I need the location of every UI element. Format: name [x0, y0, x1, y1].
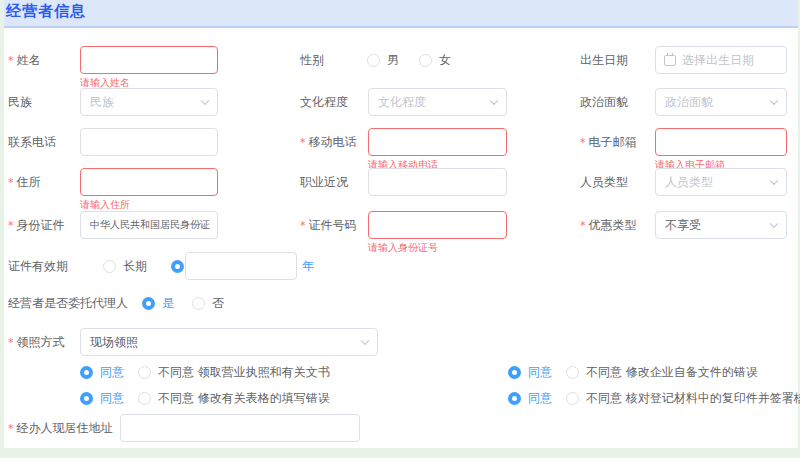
radio-circle-icon	[103, 260, 116, 273]
entrust-yes-radio[interactable]: 是	[142, 295, 174, 312]
radio-circle-icon	[80, 366, 93, 379]
chevron-down-icon	[770, 219, 778, 227]
agent-entrust-label: 经营者是否委托代理人	[8, 289, 128, 317]
radio-circle-icon	[566, 366, 579, 379]
birth-date-placeholder: 选择出生日期	[682, 52, 754, 69]
education-select[interactable]: 文化程度	[368, 88, 507, 116]
id-validity-label: 证件有效期	[8, 252, 68, 280]
mobile-phone-label: 移动电话	[300, 128, 357, 157]
radio-circle-icon	[508, 366, 521, 379]
agree-radio[interactable]: 同意	[80, 364, 124, 381]
radio-circle-icon	[566, 392, 579, 405]
email-label: 电子邮箱	[580, 128, 637, 157]
mobile-phone-input[interactable]	[368, 128, 507, 156]
gender-radio-group: 男 女	[367, 46, 451, 74]
occupation-input[interactable]	[368, 168, 507, 196]
political-status-select[interactable]: 政治面貌	[655, 88, 787, 116]
contact-phone-input[interactable]	[80, 128, 218, 156]
id-validity-radio-group: 长期	[103, 252, 191, 280]
agent-address-input[interactable]	[120, 414, 360, 442]
id-number-error: 请输入身份证号	[368, 241, 438, 255]
radio-circle-icon	[419, 54, 432, 67]
license-method-label: 领照方式	[8, 328, 65, 357]
discount-type-label: 优惠类型	[580, 211, 637, 240]
agree-radio[interactable]: 同意	[80, 390, 124, 407]
occupation-label: 职业近况	[300, 168, 348, 196]
chevron-down-icon	[770, 176, 778, 184]
agent-address-label: 经办人现居住地址	[8, 414, 113, 443]
discount-type-select[interactable]: 不享受	[655, 211, 787, 239]
address-label: 住所	[8, 168, 41, 197]
chevron-down-icon	[361, 336, 369, 344]
radio-circle-icon	[142, 297, 155, 310]
gender-male-radio[interactable]: 男	[367, 52, 399, 69]
education-label: 文化程度	[300, 88, 348, 116]
entrust-no-radio[interactable]: 否	[192, 295, 224, 312]
agreement-row-2-left: 同意 不同意 修改有关表格的填写错误	[80, 384, 330, 412]
agreement-row-1-left: 同意 不同意 领取营业执照和有关文书	[80, 358, 330, 386]
calendar-icon	[664, 55, 676, 66]
section-title: 经营者信息	[6, 2, 86, 21]
radio-circle-icon	[138, 366, 151, 379]
id-number-label: 证件号码	[300, 211, 357, 240]
chevron-down-icon	[201, 96, 209, 104]
address-input[interactable]	[80, 168, 218, 196]
agree-radio[interactable]: 同意	[508, 390, 552, 407]
contact-phone-label: 联系电话	[8, 128, 56, 156]
radio-circle-icon	[367, 54, 380, 67]
operator-info-panel: 经营者信息 姓名 请输入姓名 性别 男 女 出生日期 选择出生日期 民族 民族 …	[4, 0, 798, 448]
agent-entrust-radio-group: 是 否	[142, 289, 224, 317]
gender-female-radio[interactable]: 女	[419, 52, 451, 69]
radio-circle-icon	[80, 392, 93, 405]
person-type-label: 人员类型	[580, 168, 628, 196]
agree-radio[interactable]: 同意	[508, 364, 552, 381]
chevron-down-icon	[770, 96, 778, 104]
agreement-row-1-right: 同意 不同意 修改企业自备文件的错误	[508, 358, 758, 386]
political-status-label: 政治面貌	[580, 88, 628, 116]
email-input[interactable]	[655, 128, 787, 156]
validity-years-input[interactable]	[185, 252, 297, 280]
ethnicity-select[interactable]: 民族	[80, 88, 218, 116]
name-input[interactable]	[80, 46, 218, 74]
address-error: 请输入住所	[80, 198, 130, 212]
validity-year-unit: 年	[302, 252, 314, 280]
id-type-select[interactable]: 中华人民共和国居民身份证	[80, 211, 218, 239]
id-number-input[interactable]	[368, 211, 507, 239]
validity-longterm-radio[interactable]: 长期	[103, 258, 147, 275]
name-label: 姓名	[8, 46, 41, 75]
disagree-radio[interactable]: 不同意 修改企业自备文件的错误	[566, 364, 758, 381]
radio-circle-icon	[171, 260, 184, 273]
id-type-label: 身份证件	[8, 211, 65, 240]
disagree-radio[interactable]: 不同意 领取营业执照和有关文书	[138, 364, 330, 381]
radio-circle-icon	[192, 297, 205, 310]
birth-date-picker[interactable]: 选择出生日期	[655, 46, 787, 74]
radio-circle-icon	[138, 392, 151, 405]
birth-date-label: 出生日期	[580, 46, 628, 74]
radio-circle-icon	[508, 392, 521, 405]
person-type-select[interactable]: 人员类型	[655, 168, 787, 196]
chevron-down-icon	[490, 96, 498, 104]
section-header: 经营者信息	[4, 0, 798, 28]
disagree-radio[interactable]: 不同意 核对登记材料中的复印件并签署核对意见	[566, 390, 800, 407]
ethnicity-label: 民族	[8, 88, 32, 116]
disagree-radio[interactable]: 不同意 修改有关表格的填写错误	[138, 390, 330, 407]
gender-label: 性别	[300, 46, 324, 74]
agreement-row-2-right: 同意 不同意 核对登记材料中的复印件并签署核对意见	[508, 384, 800, 412]
license-method-select[interactable]: 现场领照	[80, 328, 378, 356]
